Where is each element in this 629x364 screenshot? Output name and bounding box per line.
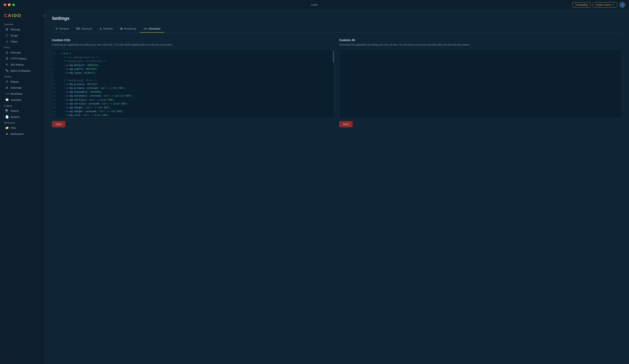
css-save-button[interactable]: Save: [52, 121, 65, 127]
css-panel-title: Custom CSS: [52, 38, 334, 42]
sidebar-item-ws-history[interactable]: ↻ WS History: [1, 62, 43, 68]
sidebar-item-sitemap[interactable]: ⊞ Sitemap: [1, 26, 43, 32]
scope-icon: ▽: [5, 34, 8, 37]
js-panel-desc: Customize the application by writing you…: [339, 43, 622, 47]
close-button[interactable]: [4, 3, 6, 6]
css-editor[interactable]: v1:root {2 /* === Background === */3 /* …: [52, 49, 334, 118]
app-body: « CAIDO Overview ⊞ Sitemap ▽ Scope ≡ Fil…: [0, 10, 629, 364]
table-row: 6 --c-bg-inset: #586e75;: [52, 71, 332, 75]
forwarding-button[interactable]: Forwarding: [572, 2, 591, 7]
tab-general[interactable]: ⚙ General: [52, 25, 72, 33]
automate-icon: ⊕: [5, 86, 8, 89]
project-name: Demo: [605, 3, 611, 6]
table-row: 16 --c-bg-danger--pressed: var(--c-red-4…: [52, 109, 332, 113]
rendering-icon: ▣: [120, 27, 123, 30]
sidebar: « CAIDO Overview ⊞ Sitemap ▽ Scope ≡ Fil…: [0, 10, 45, 364]
sidebar-item-http-history[interactable]: ☰ HTTP History: [1, 55, 43, 62]
sidebar-item-label: Intercept: [10, 51, 21, 54]
sidebar-item-label: Replay: [10, 80, 19, 83]
table-row: 15 --c-bg-danger: var(--c-red-300);: [52, 106, 332, 109]
sidebar-item-label: HTTP History: [10, 57, 26, 60]
sidebar-item-workspace[interactable]: 🖥 Workspace: [1, 131, 43, 137]
js-panel-title: Custom JS: [339, 38, 622, 42]
sidebar-item-label: WS History: [10, 63, 24, 66]
tab-rendering[interactable]: ▣ Rendering: [117, 25, 140, 33]
js-code-content[interactable]: 1: [339, 50, 622, 118]
logo: CAIDO: [0, 12, 44, 21]
proxy-section-label: Proxy: [0, 45, 44, 49]
replay-icon: ↺: [5, 80, 8, 83]
window: Caido Forwarding Project Demo ▼ 👤 « CAID…: [0, 0, 629, 364]
sidebar-item-files[interactable]: 📁 Files: [1, 125, 43, 131]
sidebar-item-match-replace[interactable]: 🔧 Match & Replace: [1, 68, 43, 74]
logging-section-label: Logging: [0, 103, 44, 108]
window-controls: [4, 3, 15, 6]
sidebar-item-assistant[interactable]: 💬 Assistant: [1, 97, 43, 103]
table-row: 2 /* === Background === */: [52, 55, 332, 59]
network-icon: ◈: [100, 27, 102, 30]
match-replace-icon: 🔧: [5, 69, 8, 72]
sidebar-item-label: Exports: [10, 115, 19, 118]
tab-shortcuts-label: Shortcuts: [81, 27, 92, 30]
table-row: 13 --c-bg-tertiary: var(--c-gray-400);: [52, 98, 332, 102]
sidebar-item-label: Workflows: [10, 92, 23, 95]
minimize-button[interactable]: [8, 3, 10, 6]
workflows-icon: ⟿: [5, 92, 8, 95]
sidebar-item-intercept[interactable]: ◎ Intercept: [1, 49, 43, 55]
filters-icon: ≡: [5, 40, 8, 43]
chevron-down-icon: ▼: [612, 4, 614, 6]
table-row: 11 --c-bg-secondary: #b58900;: [52, 90, 332, 94]
table-row: 17 --c-bg-info: var(--c-blue-100);: [52, 113, 332, 117]
sidebar-item-automate[interactable]: ⊕ Automate: [1, 85, 43, 91]
sidebar-item-filters[interactable]: ≡ Filters: [1, 38, 43, 45]
search-icon: 🔍: [5, 109, 8, 112]
main-content: Settings ⚙ General ⌨ Shortcuts ◈ Network: [45, 10, 629, 364]
sidebar-item-scope[interactable]: ▽ Scope: [1, 32, 43, 38]
css-panel-desc: Customize the application by writing you…: [52, 43, 334, 47]
general-icon: ⚙: [55, 27, 58, 30]
sidebar-item-label: Automate: [10, 86, 22, 89]
tab-developer[interactable]: </> Developer: [140, 25, 164, 33]
shortcuts-icon: ⌨: [76, 27, 80, 30]
exports-icon: 📄: [5, 115, 8, 118]
assistant-icon: 💬: [5, 98, 8, 101]
developer-panels: Custom CSS Customize the application by …: [52, 38, 622, 127]
sidebar-item-search[interactable]: 🔍 Search: [1, 108, 43, 114]
tab-network-label: Network: [103, 27, 113, 30]
window-title: Caido: [311, 3, 318, 6]
sidebar-item-exports[interactable]: 📄 Exports: [1, 114, 43, 120]
avatar[interactable]: 👤: [619, 2, 625, 8]
css-scrollbar[interactable]: [332, 50, 334, 118]
sidebar-item-workflows[interactable]: ⟿ Workflows: [1, 91, 43, 97]
tab-general-label: General: [59, 27, 69, 30]
table-row: 10 --c-bg-primary--pressed: var(--c-red-…: [52, 86, 332, 90]
tab-shortcuts[interactable]: ⌨ Shortcuts: [72, 25, 96, 33]
table-row: 7: [52, 75, 332, 79]
titlebar: Caido Forwarding Project Demo ▼ 👤: [0, 0, 629, 10]
js-editor[interactable]: 1: [339, 49, 622, 118]
project-button[interactable]: Project Demo ▼: [593, 2, 617, 7]
table-row: 8 /* Background: Roles */: [52, 79, 332, 82]
logo-o: O: [17, 13, 21, 18]
maximize-button[interactable]: [12, 3, 15, 6]
tab-network[interactable]: ◈ Network: [96, 25, 117, 33]
page-title: Settings: [52, 16, 622, 21]
sidebar-item-label: Files: [10, 126, 16, 129]
project-label: Project: [596, 3, 603, 6]
table-row: 3 /* Background: Foundations */: [52, 59, 332, 63]
css-scrollbar-thumb[interactable]: [333, 50, 334, 63]
logo-i: I: [12, 13, 13, 18]
sidebar-item-label: Match & Replace: [10, 69, 31, 72]
logo-a: A: [8, 13, 12, 18]
sidebar-item-label: Assistant: [10, 98, 21, 101]
table-row: 9 --c-bg-primary: #dc322f;: [52, 82, 332, 86]
developer-icon: </>: [144, 27, 147, 30]
testing-section-label: Testing: [0, 74, 44, 79]
js-panel: Custom JS Customize the application by w…: [339, 38, 622, 127]
table-row: v1:root {: [52, 52, 332, 55]
files-icon: 📁: [5, 126, 8, 129]
js-save-button[interactable]: Save: [339, 121, 353, 127]
css-code-content[interactable]: v1:root {2 /* === Background === */3 /* …: [52, 50, 332, 118]
sidebar-item-replay[interactable]: ↺ Replay: [1, 79, 43, 85]
sidebar-toggle[interactable]: «: [42, 14, 46, 18]
